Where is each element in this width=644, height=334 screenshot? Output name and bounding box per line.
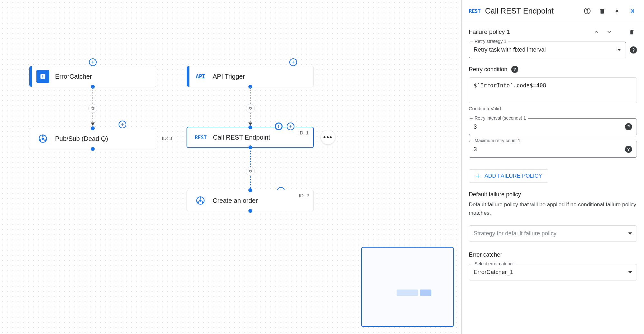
node-warning-icon[interactable]: ! bbox=[275, 123, 283, 130]
default-strategy-placeholder: Strategy for default failure policy bbox=[474, 230, 556, 237]
output-port[interactable] bbox=[91, 147, 95, 151]
svg-point-6 bbox=[44, 139, 46, 141]
retry-strategy-select[interactable]: Retry task with fixed interval bbox=[469, 42, 626, 58]
add-node-button[interactable]: + bbox=[287, 123, 294, 130]
error-catcher-heading: Error catcher bbox=[469, 251, 637, 258]
error-icon bbox=[36, 70, 49, 83]
svg-point-11 bbox=[202, 201, 204, 203]
node-id: ID: 2 bbox=[299, 193, 309, 198]
add-node-button[interactable]: + bbox=[89, 58, 97, 66]
help-icon[interactable]: ? bbox=[511, 66, 518, 73]
rest-icon: REST bbox=[469, 8, 481, 14]
retry-strategy-label: Retry strategy 1 bbox=[473, 39, 508, 44]
node-label: API Trigger bbox=[213, 73, 245, 80]
svg-point-5 bbox=[42, 135, 44, 137]
retry-condition-value: $`ErrorInfo`.code$=408 bbox=[474, 82, 546, 89]
move-down-button[interactable] bbox=[604, 27, 614, 37]
node-label: Create an order bbox=[213, 197, 258, 204]
minimap[interactable] bbox=[361, 247, 454, 327]
retry-condition-label: Retry condition bbox=[469, 66, 507, 73]
add-failure-policy-button[interactable]: ADD FAILURE POLICY bbox=[469, 169, 548, 183]
move-up-button[interactable] bbox=[591, 27, 601, 37]
svg-point-12 bbox=[197, 201, 199, 203]
max-retry-input[interactable]: 3 ? bbox=[469, 141, 637, 158]
pubsub-icon bbox=[36, 132, 49, 145]
edge-config-button[interactable] bbox=[246, 167, 255, 176]
condition-helper: Condition Valid bbox=[469, 106, 637, 111]
retry-interval-value: 3 bbox=[474, 123, 477, 130]
error-catcher-label: Select error catcher bbox=[473, 261, 516, 266]
help-icon[interactable]: ? bbox=[625, 146, 632, 153]
default-policy-heading: Default failure policy bbox=[469, 191, 637, 198]
add-node-button[interactable]: + bbox=[289, 58, 297, 66]
error-catcher-select[interactable]: ErrorCatcher_1 bbox=[469, 264, 637, 280]
section-title: Failure policy 1 bbox=[469, 28, 510, 35]
svg-point-9 bbox=[199, 200, 202, 202]
input-port[interactable] bbox=[248, 125, 252, 129]
edge-config-button[interactable] bbox=[246, 104, 255, 113]
node-create-order[interactable]: Create an order ID: 2 bbox=[187, 190, 314, 211]
chevron-down-icon bbox=[628, 232, 632, 235]
svg-rect-1 bbox=[43, 75, 43, 77]
add-node-button[interactable]: + bbox=[119, 121, 126, 128]
svg-point-10 bbox=[200, 197, 201, 199]
svg-rect-2 bbox=[43, 77, 43, 78]
help-icon[interactable]: ? bbox=[630, 46, 637, 54]
node-label: ErrorCatcher bbox=[55, 73, 92, 80]
add-policy-label: ADD FAILURE POLICY bbox=[485, 173, 542, 179]
connector-icon bbox=[194, 194, 207, 207]
svg-point-4 bbox=[42, 138, 44, 140]
input-port[interactable] bbox=[91, 126, 95, 130]
max-retry-value: 3 bbox=[474, 146, 477, 153]
default-policy-desc: Default failure policy that will be appl… bbox=[469, 201, 637, 217]
svg-point-7 bbox=[40, 139, 42, 141]
node-call-rest[interactable]: REST Call REST Endpoint ID: 1 bbox=[187, 127, 314, 148]
max-retry-label: Maximum retry count 1 bbox=[473, 138, 522, 143]
node-api-trigger[interactable]: API API Trigger bbox=[187, 66, 314, 87]
node-label: Pub/Sub (Dead Q) bbox=[55, 135, 108, 142]
chevron-down-icon bbox=[628, 271, 632, 273]
help-button[interactable] bbox=[582, 6, 592, 16]
edge-config-button[interactable] bbox=[88, 104, 97, 113]
input-port[interactable] bbox=[248, 188, 252, 192]
error-catcher-value: ErrorCatcher_1 bbox=[474, 269, 513, 276]
output-port[interactable] bbox=[248, 209, 252, 213]
api-icon: API bbox=[194, 70, 207, 83]
svg-point-14 bbox=[587, 12, 588, 13]
panel-title: Call REST Endpoint bbox=[485, 6, 578, 15]
rest-icon: REST bbox=[194, 131, 207, 144]
collapse-panel-button[interactable] bbox=[627, 6, 637, 16]
panel-header: REST Call REST Endpoint bbox=[462, 0, 644, 22]
default-strategy-select[interactable]: Strategy for default failure policy bbox=[469, 225, 637, 242]
help-icon[interactable]: ? bbox=[625, 123, 632, 130]
node-pubsub[interactable]: Pub/Sub (Dead Q) ID: 3 bbox=[29, 128, 156, 149]
node-id: ID: 3 bbox=[162, 135, 172, 141]
node-error-catcher[interactable]: ErrorCatcher bbox=[29, 66, 156, 87]
retry-strategy-value: Retry task with fixed interval bbox=[474, 46, 546, 53]
retry-interval-label: Retry interval (seconds) 1 bbox=[473, 115, 528, 121]
properties-panel: REST Call REST Endpoint Failure policy 1 bbox=[461, 0, 644, 334]
node-label: Call REST Endpoint bbox=[213, 134, 270, 141]
retry-interval-input[interactable]: 3 ? bbox=[469, 118, 637, 135]
pin-button[interactable] bbox=[612, 6, 622, 16]
delete-policy-button[interactable] bbox=[627, 27, 637, 37]
chevron-down-icon bbox=[617, 49, 621, 51]
node-more-menu[interactable]: ••• bbox=[321, 130, 335, 144]
retry-condition-input[interactable]: $`ErrorInfo`.code$=408 bbox=[469, 77, 637, 103]
section-header: Failure policy 1 bbox=[469, 27, 637, 37]
delete-button[interactable] bbox=[597, 6, 607, 16]
node-id: ID: 1 bbox=[298, 130, 309, 135]
